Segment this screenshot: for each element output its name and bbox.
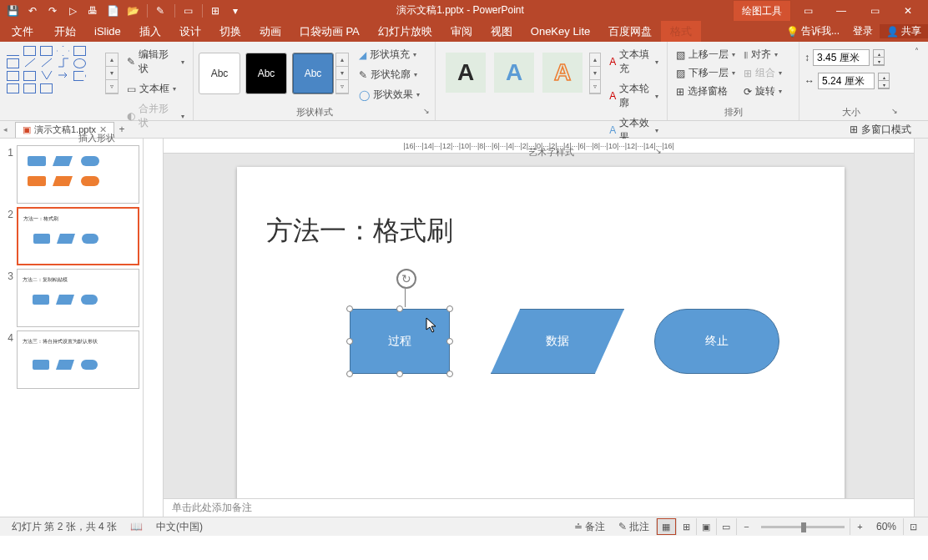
shapes-gallery-more[interactable]: ▴▾▿ xyxy=(105,53,119,94)
width-spinner[interactable]: ▴▾ xyxy=(878,73,890,89)
resize-handle[interactable] xyxy=(346,305,353,312)
style-preset-1[interactable]: Abc xyxy=(199,53,240,94)
language-button[interactable]: 中文(中国) xyxy=(149,520,209,534)
login-button[interactable]: 登录 xyxy=(846,24,880,38)
maximize-button[interactable]: ▭ xyxy=(858,0,891,21)
thumbnail-1[interactable]: 1 xyxy=(0,144,143,205)
wordart-preset-2[interactable]: A xyxy=(494,53,534,93)
thumbnail-2[interactable]: 2 方法一：格式刷 xyxy=(0,205,143,267)
redo-button[interactable]: ↷ xyxy=(43,2,62,20)
tab-transitions[interactable]: 切换 xyxy=(210,21,250,42)
rotate-handle[interactable] xyxy=(396,269,416,289)
resize-handle[interactable] xyxy=(446,305,453,312)
zoom-slider-handle[interactable] xyxy=(801,522,806,532)
slide[interactable]: 方法一：格式刷 过程 数据 终止 xyxy=(237,167,845,498)
zoom-slider[interactable] xyxy=(761,526,845,528)
tab-review[interactable]: 审阅 xyxy=(441,21,482,42)
tab-onekey[interactable]: OneKey Lite xyxy=(522,21,600,42)
shapes-gallery[interactable] xyxy=(5,44,103,132)
text-outline-button[interactable]: A文本轮廓▾ xyxy=(606,80,662,112)
spellcheck-button[interactable]: 📖 xyxy=(124,521,149,532)
textbox-button[interactable]: ▭文本框▾ xyxy=(124,80,188,98)
wordart-preset-3[interactable]: A xyxy=(542,53,583,93)
notes-toggle[interactable]: ≐ 备注 xyxy=(567,520,612,534)
normal-view-button[interactable]: ▦ xyxy=(656,518,676,535)
zoom-level[interactable]: 60% xyxy=(870,521,903,532)
wordart-preset-1[interactable]: A xyxy=(446,53,486,93)
save-button[interactable]: 💾 xyxy=(3,2,22,20)
share-button[interactable]: 👤共享 xyxy=(880,24,928,38)
insert-shape-qat-button[interactable]: ▭ xyxy=(179,2,197,20)
wordart-more[interactable]: ▴▾▿ xyxy=(589,53,601,94)
zoom-out-button[interactable]: − xyxy=(736,518,756,535)
resize-handle[interactable] xyxy=(346,371,353,377)
bring-forward-button[interactable]: ▧上移一层▾ xyxy=(673,46,739,63)
shape-style-gallery[interactable]: Abc Abc Abc xyxy=(199,44,334,106)
flowchart-terminator-shape[interactable]: 终止 xyxy=(654,309,779,374)
thumbnail-3[interactable]: 3 方法二：复制粘贴模 xyxy=(0,267,143,329)
shape-style-more[interactable]: ▴▾▿ xyxy=(335,53,349,94)
vertical-scrollbar[interactable] xyxy=(914,139,928,517)
slide-canvas[interactable]: 方法一：格式刷 过程 数据 终止 xyxy=(164,154,914,498)
dialog-launcher[interactable]: ↘ xyxy=(421,107,431,117)
open-button[interactable]: 📂 xyxy=(124,2,142,20)
align-button[interactable]: ⫴对齐▾ xyxy=(740,46,785,63)
print-button[interactable]: 🖶 xyxy=(83,2,102,20)
close-button[interactable]: ✕ xyxy=(891,0,925,21)
tab-pocket-anim[interactable]: 口袋动画 PA xyxy=(290,21,369,42)
selection-pane-button[interactable]: ⊞选择窗格 xyxy=(673,83,739,100)
notes-pane[interactable]: 单击此处添加备注 xyxy=(164,498,914,517)
slide-counter[interactable]: 幻灯片 第 2 张，共 4 张 xyxy=(5,520,124,534)
tab-slideshow[interactable]: 幻灯片放映 xyxy=(369,21,441,42)
tab-format[interactable]: 格式 xyxy=(661,21,701,42)
customize-qat-button[interactable]: ▾ xyxy=(226,2,245,20)
tab-file[interactable]: 文件 xyxy=(0,21,45,42)
undo-button[interactable]: ↶ xyxy=(23,2,42,20)
slide-title[interactable]: 方法一：格式刷 xyxy=(266,213,453,250)
comments-toggle[interactable]: ✎ 批注 xyxy=(612,520,656,534)
height-input[interactable] xyxy=(813,49,870,66)
flowchart-data-shape[interactable]: 数据 xyxy=(491,309,624,374)
resize-handle[interactable] xyxy=(346,338,353,345)
thumbnail-4[interactable]: 4 方法三：将自持式设置为默认形状 xyxy=(0,329,143,391)
shape-effects-button[interactable]: ◯形状效果▾ xyxy=(356,86,423,103)
minimize-button[interactable]: — xyxy=(825,0,858,21)
tab-islide[interactable]: iSlide xyxy=(85,21,130,42)
rotate-button[interactable]: ⟳旋转▾ xyxy=(740,83,785,100)
send-backward-button[interactable]: ▨下移一层▾ xyxy=(673,64,739,82)
shape-fill-button[interactable]: ◢形状填充▾ xyxy=(356,46,423,63)
reading-view-button[interactable]: ▣ xyxy=(696,518,716,535)
resize-handle[interactable] xyxy=(446,338,453,345)
collapse-ribbon-button[interactable]: ˄ xyxy=(908,43,925,58)
edit-shape-button[interactable]: ✎编辑形状▾ xyxy=(124,46,188,78)
tab-home[interactable]: 开始 xyxy=(45,21,85,42)
multiwindow-toggle[interactable]: 多窗口模式 xyxy=(861,123,911,137)
start-slideshow-button[interactable]: ▷ xyxy=(63,2,82,20)
tab-insert[interactable]: 插入 xyxy=(130,21,170,42)
format-painter-button[interactable]: ✎ xyxy=(151,2,169,20)
new-button[interactable]: 📄 xyxy=(103,2,122,20)
fit-window-button[interactable]: ⊡ xyxy=(903,518,923,535)
style-preset-3[interactable]: Abc xyxy=(292,53,334,94)
resize-handle[interactable] xyxy=(396,305,403,312)
slideshow-view-button[interactable]: ▭ xyxy=(716,518,736,535)
style-preset-2[interactable]: Abc xyxy=(245,53,287,94)
tab-design[interactable]: 设计 xyxy=(170,21,210,42)
shape-outline-button[interactable]: ✎形状轮廓▾ xyxy=(356,66,423,83)
resize-handle[interactable] xyxy=(446,371,453,377)
width-field[interactable]: ↔ ▴▾ xyxy=(804,73,898,89)
text-fill-button[interactable]: A文本填充▾ xyxy=(606,46,662,78)
tell-me[interactable]: 💡告诉我... xyxy=(779,24,846,38)
width-input[interactable] xyxy=(818,73,875,89)
dialog-launcher[interactable]: ↘ xyxy=(890,107,900,117)
tab-view[interactable]: 视图 xyxy=(482,21,522,42)
sorter-view-button[interactable]: ⊞ xyxy=(676,518,696,535)
height-spinner[interactable]: ▴▾ xyxy=(873,49,885,66)
zoom-in-button[interactable]: + xyxy=(850,518,870,535)
wordart-gallery[interactable]: A A A xyxy=(441,44,588,146)
ribbon-display-options[interactable]: ▭ xyxy=(791,0,825,21)
layout-qat-button[interactable]: ⊞ xyxy=(206,2,224,20)
tab-animations[interactable]: 动画 xyxy=(250,21,290,42)
height-field[interactable]: ↕ ▴▾ xyxy=(804,49,898,66)
resize-handle[interactable] xyxy=(396,371,403,377)
